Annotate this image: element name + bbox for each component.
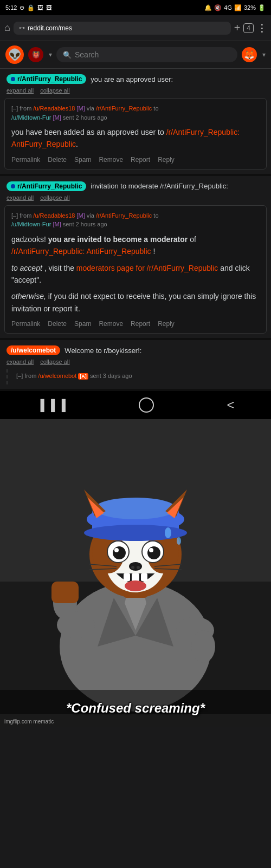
subreddit-icon[interactable]: 👹 (28, 47, 43, 62)
collapse-all-btn-3[interactable]: collapse all (40, 358, 69, 365)
body-text-1: you have been added as an approved user … (11, 128, 166, 136)
expand-all-btn-3[interactable]: expand all (7, 358, 34, 365)
search-placeholder: Search (75, 50, 99, 59)
meme-image: *Confused screaming* imgflip.com mematic (0, 419, 271, 727)
spam-btn-1[interactable]: Spam (74, 156, 91, 164)
header-dropdown-icon[interactable]: ▾ (49, 51, 52, 58)
meta-from-user-2[interactable]: /u/Readables18 (33, 212, 75, 219)
svg-point-43 (165, 527, 171, 538)
user-dropdown-icon[interactable]: ▾ (262, 51, 266, 58)
meta-to-user-1[interactable]: /u/Midtown-Fur (11, 114, 51, 121)
meta-to-2: to (153, 212, 158, 219)
messages-content: r/AntiFurry_Republic you are an approved… (0, 69, 271, 391)
welcomebot-name: /u/welcomebot (11, 347, 56, 354)
meta-to-user-2[interactable]: /u/Midtown-Fur (11, 221, 51, 227)
status-signal: 4G (224, 4, 232, 11)
stub-sent-time: sent 3 days ago (90, 373, 132, 379)
imgflip-credit: imgflip.com mematic (4, 719, 54, 725)
reddit-logo[interactable]: 👽 (5, 45, 24, 64)
message-group-welcome: /u/welcomebot Welcome to r/boykisser!: e… (0, 340, 271, 391)
svg-point-24 (149, 548, 153, 552)
subreddit-name-2: r/AntiFurry_Republic (17, 182, 82, 190)
remove-btn-1[interactable]: Remove (99, 156, 123, 164)
group-controls-2: expand all collapse all (0, 193, 271, 205)
meta-from-label-1: from (20, 105, 33, 112)
meme-svg (0, 419, 271, 727)
browser-home-icon[interactable]: ⌂ (4, 22, 10, 34)
stub-meta-3: [–] from /u/welcomebot [A] sent 3 days a… (16, 373, 260, 379)
search-box[interactable]: 🔍 Search (56, 47, 237, 62)
collapse-all-btn-2[interactable]: collapse all (40, 194, 69, 201)
user-avatar[interactable]: 🦊 (242, 47, 257, 62)
meta-via-sub-2[interactable]: /r/AntiFurry_Republic (96, 212, 152, 219)
permalink-btn-1[interactable]: Permalink (11, 156, 40, 164)
svg-rect-40 (51, 582, 79, 603)
group-header-welcome: /u/welcomebot Welcome to r/boykisser!: (0, 340, 271, 357)
welcomebot-badge[interactable]: /u/welcomebot (7, 345, 60, 355)
spam-btn-2[interactable]: Spam (74, 320, 91, 328)
browser-url-icon: ⊶ (19, 24, 25, 31)
message-group-invite: r/AntiFurry_Republic invitation to moder… (0, 176, 271, 340)
delete-btn-2[interactable]: Delete (48, 320, 67, 328)
expand-all-btn-2[interactable]: expand all (7, 194, 34, 201)
android-nav: ▐ ▐ ▐ < (0, 391, 271, 419)
report-btn-1[interactable]: Report (131, 156, 150, 164)
reddit-header: 👽 👹 ▾ 🔍 Search 🦊 ▾ (0, 41, 271, 69)
search-icon: 🔍 (63, 51, 72, 59)
remove-btn-2[interactable]: Remove (99, 320, 123, 328)
subreddit-dot-icon-2 (11, 184, 15, 188)
stub-from-user[interactable]: /u/welcomebot (38, 373, 76, 379)
message-group-approved: r/AntiFurry_Republic you are an approved… (0, 69, 271, 176)
meta-via-2: via (87, 212, 96, 219)
svg-point-28 (131, 566, 134, 569)
meta-mod-tag2-1: [M] (53, 114, 62, 121)
reply-btn-1[interactable]: Reply (158, 156, 175, 164)
svg-point-42 (191, 630, 215, 663)
expand-all-btn-1[interactable]: expand all (7, 87, 34, 94)
browser-tab-count[interactable]: 4 (243, 23, 254, 33)
nav-back-btn[interactable]: < (227, 397, 235, 413)
status-minus-icon: ⊖ (20, 4, 24, 11)
body-link-invite[interactable]: /r/AntiFurry_Republic: AntiFurry_Republi… (11, 247, 151, 256)
browser-url-text: reddit.com/mes (28, 24, 72, 32)
message-body-1: you have been added as an approved user … (11, 126, 260, 151)
body-otherwise: otherwise, (11, 292, 46, 301)
subreddit-name-1: r/AntiFurry_Republic (17, 75, 82, 83)
meta-from-user-1[interactable]: /u/Readables18 (33, 105, 75, 112)
admin-badge: [A] (78, 373, 88, 380)
delete-btn-1[interactable]: Delete (48, 156, 67, 164)
browser-url-box[interactable]: ⊶ reddit.com/mes (14, 22, 231, 35)
body-gadzooks: gadzooks! (11, 235, 48, 244)
browser-bar: ⌂ ⊶ reddit.com/mes + 4 ⋮ (0, 15, 271, 41)
svg-point-14 (95, 498, 176, 519)
reply-btn-2[interactable]: Reply (158, 320, 175, 328)
meta-via-sub-1[interactable]: /r/AntiFurry_Republic (96, 105, 152, 112)
body-mods-page-link[interactable]: moderators page for /r/AntiFurry_Republi… (76, 264, 218, 272)
svg-point-21 (113, 546, 126, 559)
message-meta-1: [–] from /u/Readables18 [M] via /r/AntiF… (11, 104, 260, 122)
svg-point-29 (137, 566, 140, 569)
svg-rect-32 (141, 573, 147, 581)
status-bar: 5:12 ⊖ 🔒 🖼 🖼 🔔 🔇 4G 📶 32% 🔋 (0, 0, 271, 15)
nav-home-btn[interactable] (139, 397, 154, 413)
meta-via-1: via (87, 105, 96, 112)
nav-recent-btn[interactable]: ▐ ▐ ▐ (36, 399, 66, 412)
message-card-2: [–] from /u/Readables18 [M] via /r/AntiF… (4, 205, 267, 334)
group-subject-2: invitation to moderate /r/AntiFurry_Repu… (91, 182, 228, 190)
subreddit-badge-1[interactable]: r/AntiFurry_Republic (7, 74, 86, 84)
subreddit-dot-icon (11, 77, 15, 81)
stub-bracket: [–] (16, 373, 24, 379)
message-actions-2: Permalink Delete Spam Remove Report Repl… (11, 320, 260, 328)
report-btn-2[interactable]: Report (131, 320, 150, 328)
collapse-all-btn-1[interactable]: collapse all (40, 87, 69, 94)
svg-point-23 (114, 548, 119, 552)
body-of-2: of (190, 235, 196, 244)
status-battery: 32% (244, 4, 256, 11)
meta-from-label-2: from (20, 212, 33, 219)
browser-menu-icon[interactable]: ⋮ (257, 22, 267, 34)
browser-add-tab-icon[interactable]: + (234, 22, 241, 34)
svg-rect-30 (124, 573, 130, 581)
svg-point-44 (177, 537, 181, 545)
permalink-btn-2[interactable]: Permalink (11, 320, 40, 328)
subreddit-badge-2[interactable]: r/AntiFurry_Republic (7, 181, 86, 191)
